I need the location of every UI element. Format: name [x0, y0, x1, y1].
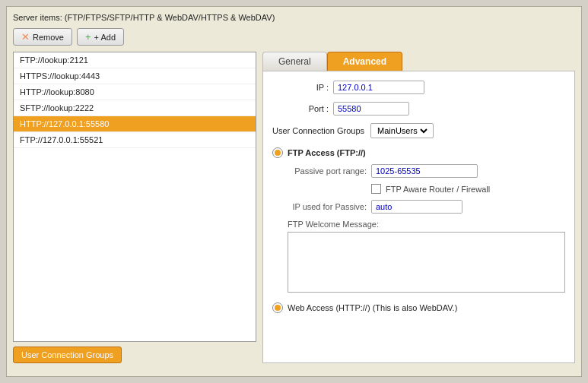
remove-button[interactable]: ✕ Remove [13, 28, 72, 46]
content-area: FTP://lookup:2121 HTTPS://lookup:4443 HT… [13, 52, 575, 363]
web-access-radio[interactable] [272, 302, 283, 313]
ip-passive-label: IP used for Passive: [288, 202, 371, 211]
server-item-0[interactable]: FTP://lookup:2121 [14, 52, 256, 68]
ip-row: IP : [272, 81, 565, 94]
add-button[interactable]: + + Add [77, 28, 124, 46]
welcome-textarea[interactable] [288, 232, 565, 293]
web-access-label: Web Access (HTTP://) (This is also WebDA… [288, 303, 457, 312]
passive-port-row: Passive port range: [288, 164, 565, 178]
right-panel: General Advanced IP : Port : User Connec… [262, 52, 575, 363]
server-item-1[interactable]: HTTPS://lookup:4443 [14, 68, 256, 84]
tab-advanced[interactable]: Advanced [327, 52, 402, 71]
ucg-label: User Connection Groups [272, 126, 364, 135]
welcome-label: FTP Welcome Message: [288, 220, 565, 229]
tab-general[interactable]: General [262, 52, 327, 71]
remove-icon: ✕ [21, 31, 30, 43]
ip-label: IP : [272, 83, 333, 92]
add-icon: + [85, 31, 91, 43]
ucg-select-wrapper[interactable]: MainUsers [370, 123, 434, 138]
web-access-row: Web Access (HTTP://) (This is also WebDA… [272, 302, 565, 313]
main-container: Server items: (FTP/FTPS/SFTP/HTTP & WebD… [6, 6, 582, 377]
ip-passive-row: IP used for Passive: [288, 200, 565, 214]
window-title: Server items: (FTP/FTPS/SFTP/HTTP & WebD… [13, 13, 575, 22]
toolbar: ✕ Remove + + Add [13, 28, 575, 46]
ftp-section-body: Passive port range: FTP Aware Router / F… [272, 164, 565, 295]
ftp-router-label: FTP Aware Router / Firewall [386, 185, 490, 194]
server-item-2[interactable]: HTTP://lookup:8080 [14, 84, 256, 100]
ftp-router-row: FTP Aware Router / Firewall [371, 184, 565, 194]
passive-port-input[interactable] [371, 164, 478, 178]
add-label: + Add [94, 33, 116, 42]
tabs: General Advanced [262, 52, 575, 71]
passive-port-label: Passive port range: [288, 166, 371, 176]
server-item-3[interactable]: SFTP://lookup:2222 [14, 100, 256, 116]
remove-label: Remove [33, 33, 64, 42]
server-list[interactable]: FTP://lookup:2121 HTTPS://lookup:4443 HT… [13, 52, 256, 342]
server-item-5[interactable]: FTP://127.0.0.1:55521 [14, 132, 256, 148]
ftp-section: FTP Access (FTP://) Passive port range: … [272, 147, 565, 295]
ftp-radio[interactable] [272, 147, 283, 158]
user-connection-groups-button[interactable]: User Connection Groups [13, 347, 122, 363]
server-item-4[interactable]: HTTP://127.0.0.1:55580 [14, 116, 256, 132]
left-panel: FTP://lookup:2121 HTTPS://lookup:4443 HT… [13, 52, 256, 363]
ftp-section-header: FTP Access (FTP://) [272, 147, 565, 158]
ucg-row: User Connection Groups MainUsers [272, 123, 565, 138]
ip-input[interactable] [333, 81, 424, 94]
port-label: Port : [272, 104, 333, 113]
ftp-section-title: FTP Access (FTP://) [288, 148, 366, 157]
port-row: Port : [272, 102, 565, 116]
ip-passive-input[interactable] [371, 200, 462, 214]
port-input[interactable] [333, 102, 409, 116]
welcome-message-section: FTP Welcome Message: [288, 220, 565, 295]
ucg-select[interactable]: MainUsers [374, 125, 430, 136]
tab-content-general: IP : Port : User Connection Groups MainU… [262, 71, 575, 363]
ftp-router-checkbox[interactable] [371, 184, 381, 194]
